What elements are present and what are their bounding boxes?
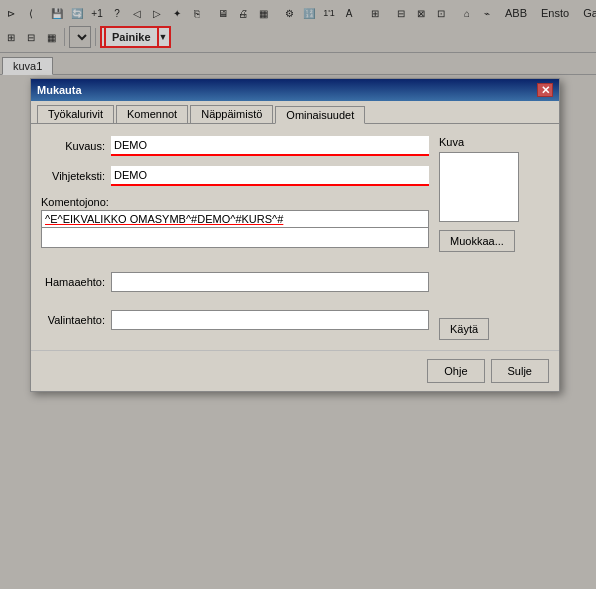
dialog-title: Mukauta: [37, 84, 82, 96]
sulje-button[interactable]: Sulje: [491, 359, 549, 383]
valintaehto-row: Valintaehto:: [41, 310, 429, 330]
dialog-footer: Ohje Sulje: [31, 350, 559, 391]
komentojono-value: ^E^EIKVALIKKO OMASYMB^#DEMO^#KURS^#: [45, 213, 425, 225]
kuvaus-label: Kuvaus:: [41, 140, 111, 152]
dialog-tab-tyokalurivit[interactable]: Työkalurivit: [37, 105, 114, 123]
vihjeteksti-input[interactable]: [111, 166, 429, 186]
muokkaa-button[interactable]: Muokkaa...: [439, 230, 515, 252]
dialog-titlebar: Mukauta ✕: [31, 79, 559, 101]
valintaehto-input[interactable]: [111, 310, 429, 330]
hamaaehto-label: Hamaaehto:: [41, 276, 111, 288]
kuvaus-row: Kuvaus:: [41, 136, 429, 156]
komentojono-wrapper: ^E^EIKVALIKKO OMASYMB^#DEMO^#KURS^#: [41, 210, 429, 228]
vihjeteksti-label: Vihjeteksti:: [41, 170, 111, 182]
komentojono-section: Komentojono: ^E^EIKVALIKKO OMASYMB^#DEMO…: [41, 196, 429, 248]
dialog-content: Kuvaus: Vihjeteksti: Komentojono: ^E^EIK…: [31, 124, 559, 350]
dialog-close-button[interactable]: ✕: [537, 83, 553, 97]
mukauta-dialog: Mukauta ✕ Työkalurivit Komennot Näppäimi…: [30, 78, 560, 392]
kayta-button[interactable]: Käytä: [439, 318, 489, 340]
dialog-tab-ominaisuudet[interactable]: Ominaisuudet: [275, 106, 365, 124]
komentojono-extra-row: [41, 228, 429, 248]
komentojono-label: Komentojono:: [41, 196, 429, 208]
dialog-tab-bar: Työkalurivit Komennot Näppäimistö Ominai…: [31, 101, 559, 124]
kuvaus-input[interactable]: [111, 136, 429, 156]
hamaaehto-row: Hamaaehto:: [41, 272, 429, 292]
ohje-button[interactable]: Ohje: [427, 359, 484, 383]
dialog-tab-komennot[interactable]: Komennot: [116, 105, 188, 123]
dialog-left-panel: Kuvaus: Vihjeteksti: Komentojono: ^E^EIK…: [41, 136, 429, 340]
dialog-tab-nappaimisto[interactable]: Näppäimistö: [190, 105, 273, 123]
kuva-label: Kuva: [439, 136, 464, 148]
kuva-box: [439, 152, 519, 222]
hamaaehto-input[interactable]: [111, 272, 429, 292]
vihjeteksti-row: Vihjeteksti:: [41, 166, 429, 186]
valintaehto-label: Valintaehto:: [41, 314, 111, 326]
dialog-right-panel: Kuva Muokkaa... Käytä: [439, 136, 549, 340]
